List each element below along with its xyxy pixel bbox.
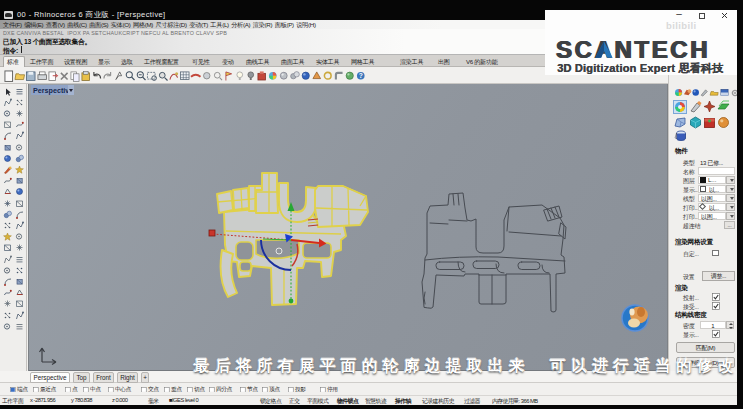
- svg-text:?: ?: [359, 72, 363, 79]
